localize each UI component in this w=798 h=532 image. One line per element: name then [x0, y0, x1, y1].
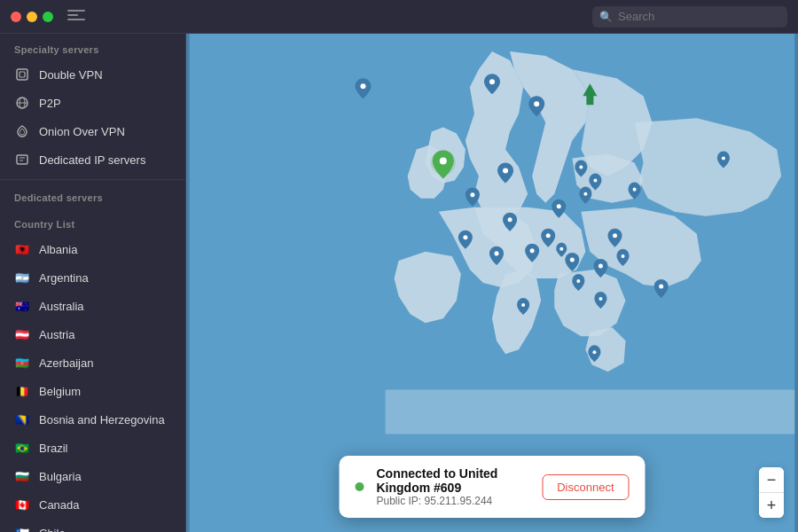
sidebar-item-double-vpn[interactable]: Double VPN — [0, 60, 185, 89]
svg-point-30 — [659, 285, 663, 289]
svg-point-14 — [440, 157, 447, 164]
traffic-lights — [11, 12, 53, 22]
sidebar-item-azerbaijan[interactable]: 🇦🇿 Azerbaijan — [0, 348, 185, 377]
search-icon: 🔍 — [599, 11, 613, 23]
svg-point-15 — [360, 83, 365, 89]
sidebar-item-chile[interactable]: 🇨🇱 Chile — [0, 519, 185, 532]
svg-rect-5 — [17, 155, 27, 164]
country-label-austria: Austria — [39, 328, 74, 341]
sidebar-item-bosnia[interactable]: 🇧🇦 Bosnia and Herzegovina — [0, 405, 185, 434]
country-label-argentina: Argentina — [39, 271, 89, 285]
svg-point-37 — [593, 179, 597, 183]
close-button[interactable] — [11, 12, 21, 22]
flag-bulgaria: 🇧🇬 — [14, 468, 30, 484]
flag-chile: 🇨🇱 — [14, 525, 30, 532]
maximize-button[interactable] — [43, 12, 53, 22]
sidebar-item-albania[interactable]: 🇦🇱 Albania — [0, 235, 185, 263]
svg-point-23 — [463, 235, 467, 239]
connection-ip: Public IP: 95.211.95.244 — [377, 495, 530, 507]
svg-point-33 — [521, 303, 525, 307]
country-label-australia: Australia — [39, 300, 84, 313]
svg-point-31 — [622, 254, 625, 258]
country-label-chile: Chile — [39, 527, 66, 533]
map-area: Connected to United Kingdom #609 Public … — [186, 34, 798, 532]
svg-point-28 — [570, 257, 575, 262]
svg-point-19 — [503, 168, 508, 174]
flag-brazil: 🇧🇷 — [14, 440, 30, 456]
zoom-controls: − + — [759, 467, 784, 518]
main-layout: Specialty servers Double VPN P2P — [0, 34, 798, 532]
country-section-header: Dedicated servers — [0, 179, 185, 208]
sidebar: Specialty servers Double VPN P2P — [0, 34, 186, 532]
sidebar-item-onion-vpn[interactable]: Onion Over VPN — [0, 117, 185, 145]
svg-point-36 — [579, 166, 583, 169]
ip-value: 95.211.95.244 — [425, 495, 493, 507]
country-label-canada: Canada — [39, 498, 80, 512]
p2p-label: P2P — [39, 97, 61, 110]
svg-point-24 — [495, 251, 499, 255]
specialty-section-header: Specialty servers — [0, 34, 185, 60]
sidebar-item-brazil[interactable]: 🇧🇷 Brazil — [0, 434, 185, 462]
search-bar[interactable]: 🔍 — [592, 6, 787, 27]
svg-point-35 — [592, 350, 596, 354]
ip-label: Public IP: — [377, 495, 422, 507]
connection-panel: Connected to United Kingdom #609 Public … — [340, 456, 645, 518]
zoom-out-button[interactable]: − — [759, 467, 784, 492]
svg-point-34 — [598, 297, 602, 301]
flag-australia: 🇦🇺 — [14, 298, 30, 314]
svg-point-26 — [546, 233, 551, 238]
connection-status-dot — [356, 482, 364, 491]
sidebar-item-argentina[interactable]: 🇦🇷 Argentina — [0, 263, 185, 292]
svg-point-41 — [559, 247, 563, 251]
country-label-azerbaijan: Azerbaijan — [39, 356, 93, 370]
svg-point-16 — [489, 79, 495, 84]
onion-vpn-label: Onion Over VPN — [39, 125, 125, 138]
dedicated-servers-label: Dedicated servers — [14, 192, 103, 203]
flag-bosnia: 🇧🇦 — [14, 411, 30, 427]
country-list-header: Country List — [0, 208, 185, 235]
country-label-bulgaria: Bulgaria — [39, 470, 82, 483]
svg-point-40 — [633, 188, 637, 192]
svg-point-39 — [722, 156, 725, 160]
flag-belgium: 🇧🇪 — [14, 383, 30, 399]
zoom-in-button[interactable]: + — [759, 493, 784, 518]
titlebar: 🔍 — [0, 0, 798, 34]
minimize-button[interactable] — [27, 12, 37, 22]
sidebar-item-austria[interactable]: 🇦🇹 Austria — [0, 320, 185, 348]
svg-point-25 — [530, 248, 535, 253]
dedicated-ip-label: Dedicated IP servers — [39, 153, 145, 167]
double-vpn-icon — [14, 66, 30, 82]
country-label-brazil: Brazil — [39, 442, 68, 455]
svg-point-17 — [534, 101, 539, 106]
svg-rect-1 — [20, 72, 25, 77]
double-vpn-label: Double VPN — [39, 68, 103, 82]
country-label-bosnia: Bosnia and Herzegovina — [39, 413, 165, 426]
sidebar-item-bulgaria[interactable]: 🇧🇬 Bulgaria — [0, 462, 185, 490]
connection-title: Connected to United Kingdom #609 — [377, 466, 530, 495]
sidebar-item-belgium[interactable]: 🇧🇪 Belgium — [0, 377, 185, 405]
flag-azerbaijan: 🇦🇿 — [14, 355, 30, 371]
sidebar-item-p2p[interactable]: P2P — [0, 89, 185, 117]
svg-point-29 — [598, 263, 603, 268]
connection-info: Connected to United Kingdom #609 Public … — [377, 466, 530, 507]
country-list: 🇦🇱 Albania 🇦🇷 Argentina 🇦🇺 Australia 🇦🇹 … — [0, 235, 185, 532]
onion-icon — [14, 123, 30, 139]
sidebar-item-australia[interactable]: 🇦🇺 Australia — [0, 292, 185, 320]
svg-point-21 — [508, 217, 512, 222]
flag-austria: 🇦🇹 — [14, 326, 30, 342]
sidebar-item-dedicated-ip[interactable]: Dedicated IP servers — [0, 145, 185, 174]
country-label-albania: Albania — [39, 243, 77, 256]
flag-albania: 🇦🇱 — [14, 241, 30, 257]
disconnect-button[interactable]: Disconnect — [542, 474, 629, 500]
svg-point-22 — [557, 204, 561, 208]
country-label-belgium: Belgium — [39, 385, 81, 398]
flag-canada: 🇨🇦 — [14, 497, 30, 512]
sidebar-item-canada[interactable]: 🇨🇦 Canada — [0, 490, 185, 519]
search-input[interactable] — [618, 10, 780, 23]
svg-rect-0 — [17, 69, 27, 80]
svg-point-38 — [583, 192, 587, 196]
svg-point-32 — [576, 279, 580, 283]
sidebar-toggle-button[interactable] — [67, 10, 85, 24]
svg-point-27 — [613, 233, 617, 238]
dedicated-ip-icon — [14, 152, 30, 168]
